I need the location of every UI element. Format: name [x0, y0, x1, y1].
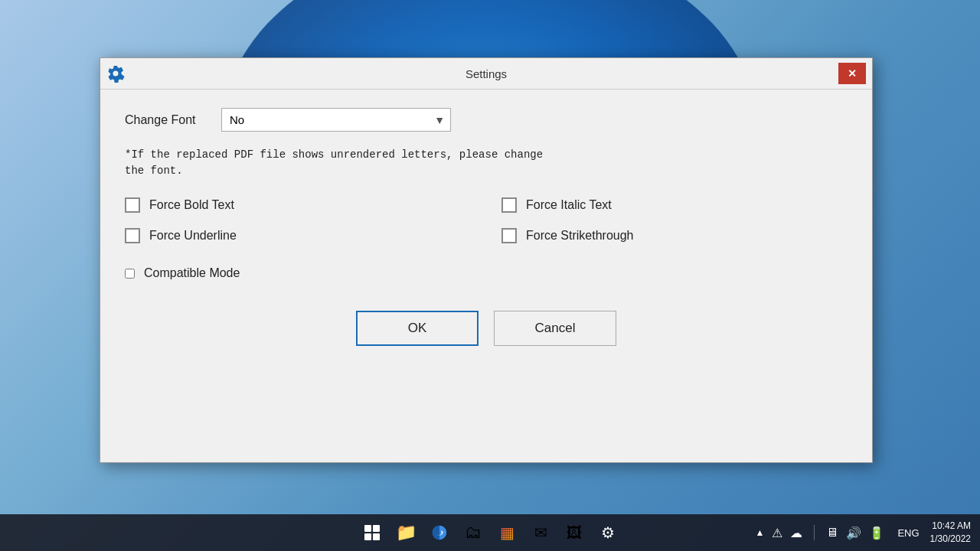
- force-underline-item[interactable]: Force Underline: [125, 228, 471, 243]
- compatible-mode-item[interactable]: Compatible Mode: [125, 266, 848, 280]
- taskbar-center: 📁 🗂 ▦ ✉ 🖼 ⚙: [357, 517, 623, 548]
- volume-tray-icon[interactable]: 🔊: [844, 524, 864, 542]
- settings-dialog: Settings ✕ Change Font No Arial Times Ne…: [100, 57, 873, 463]
- force-bold-checkbox[interactable]: [125, 197, 140, 213]
- font-select[interactable]: No Arial Times New Roman Courier New Cal…: [221, 108, 451, 132]
- compatible-mode-label: Compatible Mode: [144, 266, 240, 280]
- photos-taskbar-icon[interactable]: 🖼: [559, 517, 590, 548]
- checkboxes-grid: Force Bold Text Force Italic Text Force …: [125, 197, 848, 243]
- compatible-mode-checkbox[interactable]: [125, 269, 135, 279]
- svg-rect-1: [373, 525, 380, 532]
- close-button[interactable]: ✕: [838, 63, 866, 84]
- force-bold-label: Force Bold Text: [149, 198, 234, 212]
- svg-rect-2: [364, 533, 371, 540]
- force-strikethrough-item[interactable]: Force Strikethrough: [501, 228, 848, 243]
- force-bold-item[interactable]: Force Bold Text: [125, 197, 471, 213]
- battery-tray-icon[interactable]: 🔋: [867, 524, 887, 542]
- file-explorer-taskbar-icon[interactable]: 📁: [390, 517, 421, 548]
- taskbar-date-text: 1/30/2022: [930, 533, 971, 546]
- settings-taskbar-icon[interactable]: ⚙: [593, 517, 623, 548]
- gear-icon: [106, 64, 125, 83]
- force-underline-checkbox[interactable]: [125, 228, 140, 243]
- dialog-content: Change Font No Arial Times New Roman Cou…: [100, 90, 872, 462]
- font-label: Change Font: [125, 113, 209, 127]
- ok-button[interactable]: OK: [356, 311, 479, 346]
- force-strikethrough-checkbox[interactable]: [501, 228, 517, 243]
- dialog-title: Settings: [466, 67, 507, 80]
- font-select-wrapper[interactable]: No Arial Times New Roman Courier New Cal…: [221, 108, 451, 132]
- force-strikethrough-label: Force Strikethrough: [526, 229, 634, 243]
- edge-taskbar-icon[interactable]: [424, 517, 455, 548]
- mail-taskbar-icon[interactable]: ✉: [525, 517, 556, 548]
- taskbar-time-text: 10:42 AM: [930, 520, 971, 533]
- cloud-tray-icon[interactable]: ☁: [788, 524, 805, 542]
- cancel-button[interactable]: Cancel: [494, 311, 616, 346]
- force-italic-item[interactable]: Force Italic Text: [501, 197, 848, 213]
- svg-rect-3: [373, 533, 380, 540]
- sys-tray-2: 🖥 🔊 🔋: [824, 524, 887, 542]
- font-row: Change Font No Arial Times New Roman Cou…: [125, 108, 848, 132]
- svg-rect-0: [364, 525, 371, 532]
- title-left: [106, 64, 125, 83]
- dialog-buttons: OK Cancel: [125, 303, 848, 361]
- monitor-tray-icon[interactable]: 🖥: [824, 524, 841, 541]
- taskbar-clock[interactable]: 10:42 AM 1/30/2022: [930, 520, 971, 546]
- folder-taskbar-icon[interactable]: 🗂: [458, 517, 488, 548]
- taskbar: 📁 🗂 ▦ ✉ 🖼 ⚙ ▲ ⚠ ☁ 🖥 🔊 🔋: [0, 514, 980, 551]
- start-button[interactable]: [357, 517, 387, 548]
- store-taskbar-icon[interactable]: ▦: [492, 517, 522, 548]
- chevron-tray-icon[interactable]: ▲: [753, 526, 767, 540]
- warning-tray-icon[interactable]: ⚠: [769, 524, 785, 542]
- force-underline-label: Force Underline: [149, 229, 237, 243]
- dialog-titlebar: Settings ✕: [100, 58, 872, 90]
- taskbar-right: ▲ ⚠ ☁ 🖥 🔊 🔋 ENG 10:42 AM 1/30/2022: [753, 520, 971, 546]
- force-italic-label: Force Italic Text: [526, 198, 612, 212]
- hint-text: *If the replaced PDF file shows unrender…: [125, 147, 848, 179]
- sys-tray: ▲ ⚠ ☁: [753, 524, 805, 542]
- language-indicator[interactable]: ENG: [897, 527, 919, 539]
- force-italic-checkbox[interactable]: [501, 197, 517, 213]
